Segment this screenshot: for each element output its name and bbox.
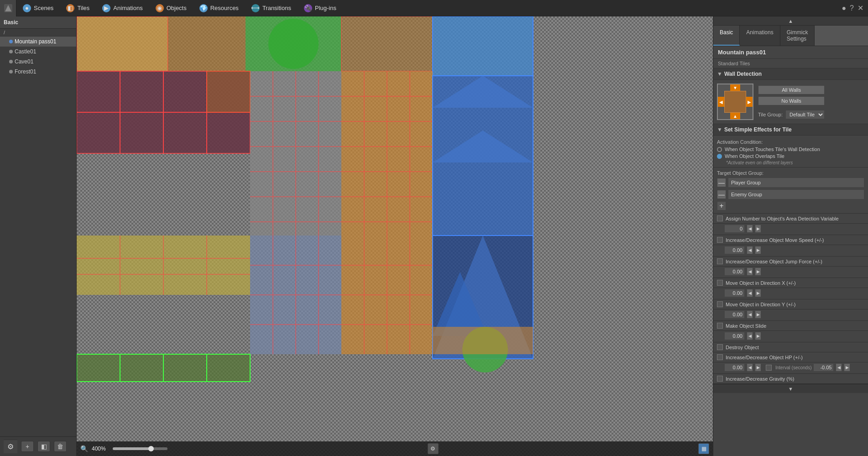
wall-arrow-left[interactable]: ◀ <box>718 97 724 107</box>
menu-plugins[interactable]: 🔌 Plug-ins <box>298 0 343 16</box>
dot-icon[interactable]: ● <box>842 4 846 12</box>
zoom-slider-fill <box>113 447 151 450</box>
effect-value-dir-y[interactable] <box>724 310 745 319</box>
right-panel-title: Mountain pass01 <box>713 46 868 59</box>
effect-checkbox-slide[interactable] <box>717 323 723 329</box>
enemy-group-name: Enemy Group <box>728 189 864 199</box>
menu-resources[interactable]: 💎 Resources <box>193 0 245 16</box>
all-walls-button[interactable]: All Walls <box>758 85 825 94</box>
close-icon[interactable]: ✕ <box>858 4 863 12</box>
zoom-slider-thumb[interactable] <box>148 446 154 451</box>
effect-checkbox-move-speed[interactable] <box>717 237 723 243</box>
effect-value-dir-x[interactable] <box>724 289 745 297</box>
activation-note: *Activate even on different layers <box>717 160 864 165</box>
wall-detection-area: ▼ ◀ ▶ ▲ All Walls No Walls Tile Group: D… <box>713 80 868 124</box>
effect-decrement-interval[interactable]: ◀ <box>836 363 842 372</box>
effect-value-hp[interactable] <box>724 363 745 372</box>
wall-preview-box: ▼ ◀ ▶ ▲ <box>717 84 753 120</box>
tile-view-button[interactable]: ◧ <box>37 441 50 452</box>
effect-checkbox-jump-force[interactable] <box>717 258 723 264</box>
wall-arrow-top[interactable]: ▼ <box>730 84 740 91</box>
effect-checkbox-dir-x[interactable] <box>717 280 723 286</box>
delete-tile-button[interactable]: 🗑 <box>54 441 67 452</box>
simple-effects-section-header[interactable]: ▼ Set Simple Effects for Tile <box>713 124 868 136</box>
wall-buttons: All Walls No Walls Tile Group: Default T… <box>758 84 825 120</box>
menu-animations[interactable]: ▶ Animations <box>96 0 149 16</box>
right-panel-search[interactable] <box>815 26 868 46</box>
panel-scroll-down[interactable]: ▼ <box>713 384 868 393</box>
tab-basic[interactable]: Basic <box>713 26 740 46</box>
effect-increment-assign-number[interactable]: ▶ <box>755 225 761 233</box>
panel-scroll-up[interactable]: ▲ <box>713 16 868 26</box>
effect-decrement-dir-x[interactable]: ◀ <box>747 289 753 297</box>
effect-increment-hp[interactable]: ▶ <box>755 363 761 372</box>
menu-objects[interactable]: ◉ Objects <box>149 0 193 16</box>
svg-rect-7 <box>341 16 433 71</box>
effect-row-gravity: Increase/Decrease Gravity (%) <box>713 374 868 384</box>
effect-increment-dir-x[interactable]: ▶ <box>755 289 761 297</box>
effect-increment-dir-y[interactable]: ▶ <box>755 310 761 319</box>
effect-value-interval[interactable] <box>813 363 834 372</box>
no-walls-button[interactable]: No Walls <box>758 96 825 105</box>
effect-checkbox-destroy[interactable] <box>717 344 723 350</box>
player-group-name: Player Group <box>728 178 864 188</box>
tiles-icon: ◧ <box>66 4 74 12</box>
sidebar-item-castle01[interactable]: Castle01 <box>0 47 76 57</box>
sidebar-breadcrumb: / <box>0 29 76 37</box>
menu-tiles[interactable]: ◧ Tiles <box>60 0 96 16</box>
zoom-slider[interactable] <box>113 447 167 450</box>
right-panel: ▲ Basic Animations Gimmick Settings Moun… <box>713 16 868 456</box>
radio-row-1[interactable]: When Object Touches Tile's Wall Detectio… <box>717 147 864 152</box>
canvas-grid-icon[interactable]: ▦ <box>698 443 709 454</box>
cave-dot <box>9 60 13 63</box>
effect-decrement-slide[interactable]: ◀ <box>747 332 753 340</box>
effect-decrement-move-speed[interactable]: ◀ <box>747 246 753 254</box>
effect-value-move-speed[interactable] <box>724 246 745 254</box>
effect-checkbox-dir-y[interactable] <box>717 301 723 307</box>
tab-animations[interactable]: Animations <box>740 26 780 46</box>
gear-button[interactable]: ⚙ <box>4 440 17 453</box>
effect-value-assign-number[interactable] <box>724 225 745 233</box>
menu-scenes[interactable]: ● Scenes <box>16 0 60 16</box>
enemy-group-remove-button[interactable]: — <box>717 190 726 199</box>
tab-gimmick-settings[interactable]: Gimmick Settings <box>780 26 815 46</box>
sidebar-item-cave01[interactable]: Cave01 <box>0 57 76 67</box>
effect-increment-jump-force[interactable]: ▶ <box>755 267 761 276</box>
transitions-icon: ⟷ <box>251 4 260 12</box>
radio-row-2[interactable]: When Object Overlaps Tile <box>717 153 864 159</box>
right-panel-subtitle: Standard Tiles <box>713 59 868 68</box>
help-icon[interactable]: ? <box>850 4 854 12</box>
effect-checkbox-hp[interactable] <box>717 354 723 360</box>
menu-transitions[interactable]: ⟷ Transitions <box>245 0 298 16</box>
effect-row-jump-force: Increase/Decrease Object Jump Force (+/-… <box>713 257 868 267</box>
sidebar-bottom: ⚙ + ◧ 🗑 <box>0 436 76 456</box>
effect-value-row-move-speed: ◀ ▶ <box>713 245 868 257</box>
effect-decrement-dir-y[interactable]: ◀ <box>747 310 753 319</box>
add-tile-button[interactable]: + <box>21 441 34 452</box>
effect-decrement-assign-number[interactable]: ◀ <box>747 225 753 233</box>
radio-1[interactable] <box>717 147 722 152</box>
wall-arrow-bottom[interactable]: ▲ <box>730 113 740 119</box>
effect-increment-slide[interactable]: ▶ <box>755 332 761 340</box>
add-group-button[interactable]: + <box>717 201 726 210</box>
effect-value-slide[interactable] <box>724 332 745 340</box>
effect-decrement-jump-force[interactable]: ◀ <box>747 267 753 276</box>
radio-2[interactable] <box>717 154 722 159</box>
sidebar-item-forest01[interactable]: Forest01 <box>0 67 76 77</box>
effect-checkbox-gravity[interactable] <box>717 376 723 382</box>
sidebar-item-mountain-pass01[interactable]: Mountain pass01 <box>0 37 76 47</box>
effect-checkbox-hp-interval[interactable] <box>766 365 772 371</box>
canvas-area[interactable]: 🔍 400% ⚙ ▦ <box>77 16 713 456</box>
player-group-remove-button[interactable]: — <box>717 178 726 187</box>
effect-increment-move-speed[interactable]: ▶ <box>755 246 761 254</box>
effect-increment-interval[interactable]: ▶ <box>844 363 850 372</box>
wall-arrow-right[interactable]: ▶ <box>746 97 753 107</box>
effect-checkbox-assign-number[interactable] <box>717 215 723 221</box>
effect-row-slide: Make Object Slide <box>713 321 868 331</box>
svg-point-6 <box>268 19 319 69</box>
effect-value-jump-force[interactable] <box>724 267 745 276</box>
canvas-settings-icon[interactable]: ⚙ <box>428 443 439 454</box>
tile-group-select[interactable]: Default Tile <box>785 110 825 119</box>
effect-decrement-hp[interactable]: ◀ <box>747 363 753 372</box>
wall-detection-section-header[interactable]: ▼ Wall Detection <box>713 68 868 80</box>
